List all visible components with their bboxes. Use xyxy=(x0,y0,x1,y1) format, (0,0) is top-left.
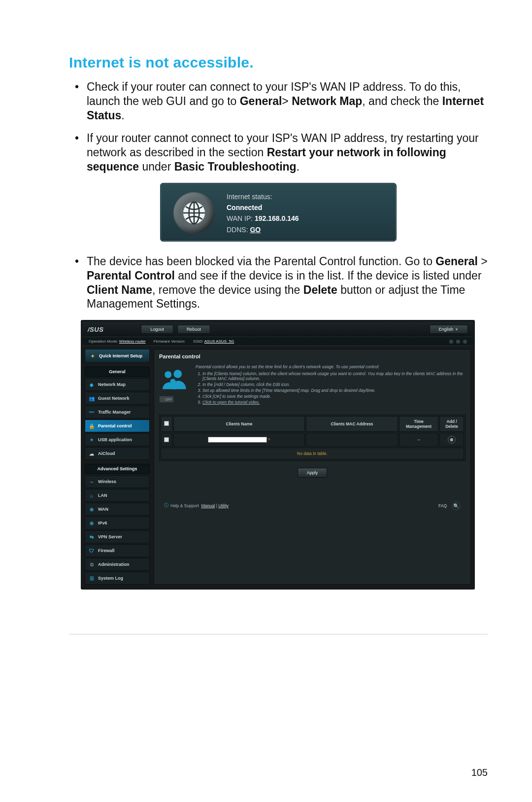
ipv6-icon: ⊕ xyxy=(88,520,95,526)
administration-icon: ⚙ xyxy=(88,561,95,568)
sidebar-item-label: Network Map xyxy=(98,382,126,387)
instruction-step: Set up allowed time limits in the [Time … xyxy=(202,388,466,393)
status-indicator-icon xyxy=(449,340,453,344)
vpn-server-icon: ⇋ xyxy=(88,533,95,540)
sidebar-item-label: Firewall xyxy=(98,548,115,553)
globe-icon xyxy=(173,192,215,234)
chevron-down-icon: ▼ xyxy=(455,327,459,332)
row-checkbox[interactable] xyxy=(164,437,169,442)
sidebar-item-usb-application[interactable]: ✦USB application xyxy=(85,433,150,446)
sidebar-item-label: AiCloud xyxy=(98,451,115,456)
fw-version-label: Firmware Version: xyxy=(154,339,185,344)
internet-status-card: Internet status: Connected WAN IP: 192.1… xyxy=(160,183,397,242)
info-icon: ⓘ xyxy=(164,503,168,509)
faq-link[interactable]: FAQ xyxy=(438,503,447,508)
aicloud-icon: ☁ xyxy=(88,450,95,457)
ssid-value: ASUS ASUS_5G xyxy=(204,339,234,344)
bullet-3: The device has been blocked via the Pare… xyxy=(73,254,488,311)
sidebar-item-label: LAN xyxy=(98,493,107,498)
status-indicator-icon xyxy=(456,340,460,344)
bullet-list: Check if your router can connect to your… xyxy=(69,80,488,174)
sidebar-item-guest-network[interactable]: 👥Guest Network xyxy=(85,392,150,405)
client-name-input[interactable] xyxy=(208,437,267,443)
manual-link[interactable]: Manual xyxy=(201,503,215,508)
sidebar-item-label: Wireless xyxy=(98,479,116,484)
bullet-2: If your router cannot connect to your IS… xyxy=(73,131,488,174)
traffic-manager-icon: 〰 xyxy=(88,409,95,416)
select-all-checkbox[interactable] xyxy=(164,421,169,426)
status-value: Connected xyxy=(227,204,262,211)
instruction-step: In the [Add / Delete] column, click the … xyxy=(202,382,466,387)
lan-icon: ⌂ xyxy=(88,492,95,499)
sidebar-item-lan[interactable]: ⌂LAN xyxy=(85,489,150,502)
sidebar-item-label: IPv6 xyxy=(98,521,107,525)
utility-link[interactable]: Utility xyxy=(218,503,229,508)
brand-logo: /SUS xyxy=(88,326,103,333)
sidebar-item-label: WAN xyxy=(98,507,108,512)
status-indicator-icon xyxy=(463,340,467,344)
language-select[interactable]: English▼ xyxy=(430,325,468,334)
quick-internet-setup-button[interactable]: ✦ Quick Internet Setup xyxy=(85,349,150,363)
router-footer: ⓘ Help & Support Manual | Utility FAQ 🔍 xyxy=(159,497,466,514)
parental-control-icon: 🔒 xyxy=(88,422,95,429)
no-data-row: No data in table. xyxy=(161,448,464,459)
svg-point-2 xyxy=(165,371,171,378)
sidebar-item-traffic-manager[interactable]: 〰Traffic Manager xyxy=(85,406,150,418)
router-main: Parental control OFF Parental co xyxy=(154,349,471,585)
search-icon[interactable]: 🔍 xyxy=(452,501,461,510)
sidebar-item-ipv6[interactable]: ⊕IPv6 xyxy=(85,517,150,529)
sidebar-item-label: Traffic Manager xyxy=(98,410,131,415)
apply-button[interactable]: Apply xyxy=(298,468,327,478)
sidebar-item-label: Parental control xyxy=(98,423,132,428)
status-text: Internet status: Connected WAN IP: 192.1… xyxy=(227,191,299,236)
col-clients-mac: Clients MAC Address xyxy=(306,416,398,432)
wand-icon: ✦ xyxy=(89,352,96,359)
panel-description: OFF Parental control allows you to set t… xyxy=(159,364,466,407)
sidebar-item-system-log[interactable]: ☰System Log xyxy=(85,572,150,585)
sidebar-item-label: USB application xyxy=(98,437,132,442)
sidebar-item-aicloud[interactable]: ☁AiCloud xyxy=(85,447,150,460)
op-mode-link[interactable]: Wireless router xyxy=(119,339,146,344)
page-number: 105 xyxy=(471,767,488,778)
ddns-label: DDNS: xyxy=(227,226,250,234)
status-label: Internet status: xyxy=(227,193,272,201)
sidebar-item-administration[interactable]: ⚙Administration xyxy=(85,558,150,571)
sidebar-item-label: System Log xyxy=(98,576,123,581)
clients-table: Clients Name Clients MAC Address Time Ma… xyxy=(159,415,466,461)
sidebar-item-vpn-server[interactable]: ⇋VPN Server xyxy=(85,530,150,543)
guest-network-icon: 👥 xyxy=(88,395,95,402)
router-info-bar: Operation Mode: Wireless router Firmware… xyxy=(83,337,473,346)
sidebar-item-label: Administration xyxy=(98,562,130,567)
wanip-label: WAN IP: xyxy=(227,214,255,222)
instruction-step: In the [Clients Name] column, select the… xyxy=(202,371,466,381)
tutorial-video-link[interactable]: Click to open the tutorial video. xyxy=(202,400,466,405)
wan-icon: ⊕ xyxy=(88,506,95,513)
col-add-delete: Add / Delete xyxy=(439,416,464,432)
reboot-button[interactable]: Reboot xyxy=(177,325,210,334)
col-time: Time Management xyxy=(399,416,438,432)
router-header: /SUS Logout Reboot English▼ xyxy=(83,322,473,337)
bullet-list-2: The device has been blocked via the Pare… xyxy=(69,254,488,311)
firewall-icon: 🛡 xyxy=(88,547,95,554)
sidebar-item-label: Guest Network xyxy=(98,396,130,401)
add-icon[interactable]: ⊕ xyxy=(448,436,456,444)
panel-title: Parental control xyxy=(159,353,466,359)
section-heading: Internet is not accessible. xyxy=(69,54,488,71)
family-icon: OFF xyxy=(159,364,189,407)
wireless-icon: ⏦ xyxy=(88,478,95,485)
network-map-icon: ◈ xyxy=(88,381,95,388)
sidebar-item-firewall[interactable]: 🛡Firewall xyxy=(85,544,150,557)
page-rule xyxy=(69,634,488,634)
sidebar-item-wan[interactable]: ⊕WAN xyxy=(85,503,150,516)
chevron-down-icon[interactable]: ▾ xyxy=(268,437,270,442)
system-log-icon: ☰ xyxy=(88,575,95,582)
instruction-step: Click [OK] to save the settings made. xyxy=(202,394,466,399)
logout-button[interactable]: Logout xyxy=(141,325,173,334)
sidebar-item-wireless[interactable]: ⏦Wireless xyxy=(85,475,150,488)
sidebar-item-network-map[interactable]: ◈Network Map xyxy=(85,378,150,391)
sidebar-item-parental-control[interactable]: 🔒Parental control xyxy=(85,419,150,432)
parental-control-toggle[interactable]: OFF xyxy=(159,396,174,403)
router-admin-panel: /SUS Logout Reboot English▼ Operation Mo… xyxy=(81,320,475,590)
sidebar-caption-advanced: Advanced Settings xyxy=(85,464,150,474)
ddns-go-link[interactable]: GO xyxy=(250,226,261,234)
